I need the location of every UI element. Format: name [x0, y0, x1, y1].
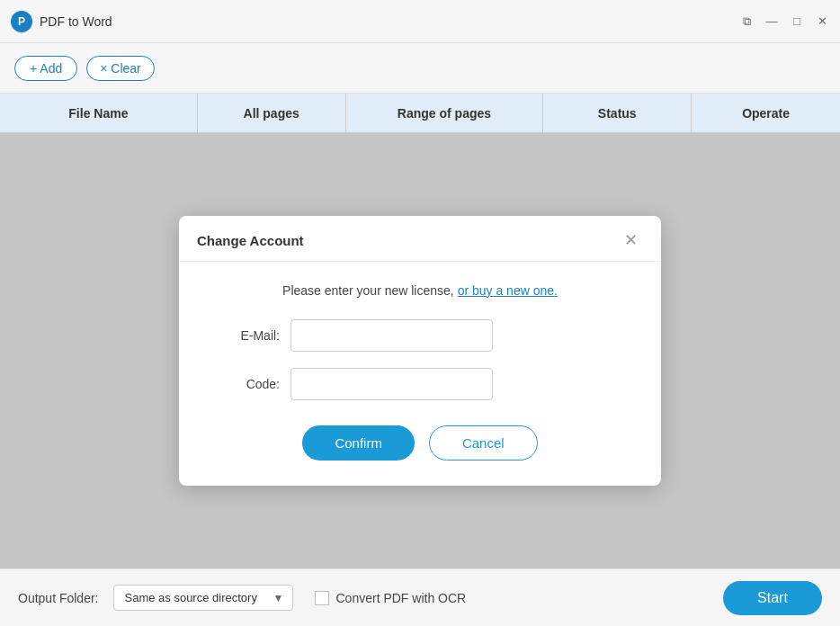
change-account-dialog: Change Account ✕ Please enter your new l… — [179, 216, 661, 486]
minimize-button[interactable]: — — [764, 14, 779, 29]
col-header-status: Status — [543, 94, 692, 132]
output-select-wrapper: Same as source directory ▼ — [113, 585, 293, 611]
dialog-overlay: Change Account ✕ Please enter your new l… — [0, 133, 840, 568]
app-icon: P — [11, 11, 32, 32]
ocr-checkbox[interactable] — [315, 591, 329, 605]
share-icon[interactable]: ⧉ — [739, 14, 754, 29]
add-button[interactable]: + Add — [14, 56, 77, 81]
main-content: Change Account ✕ Please enter your new l… — [0, 133, 840, 568]
col-header-operate: Operate — [692, 94, 840, 132]
dialog-title: Change Account — [197, 233, 304, 248]
app-title: PDF to Word — [40, 14, 112, 29]
code-label: Code: — [208, 377, 280, 391]
title-bar: P PDF to Word ⧉ — □ ✕ — [0, 0, 840, 43]
ocr-label: Convert PDF with OCR — [336, 591, 467, 605]
col-header-filename: File Name — [0, 94, 198, 132]
ocr-checkbox-area: Convert PDF with OCR — [315, 591, 467, 605]
email-label: E-Mail: — [208, 328, 280, 343]
code-row: Code: 🔑 — [208, 368, 632, 400]
toolbar: + Add × Clear — [0, 43, 840, 94]
title-bar-left: P PDF to Word — [11, 11, 112, 32]
col-header-allpages: All pages — [198, 94, 346, 132]
dialog-body: Please enter your new license, or buy a … — [179, 262, 661, 486]
bottom-bar: Output Folder: Same as source directory … — [0, 568, 840, 626]
start-button[interactable]: Start — [723, 581, 822, 615]
output-folder-label: Output Folder: — [18, 591, 99, 605]
dialog-message: Please enter your new license, or buy a … — [208, 283, 632, 298]
title-bar-controls: ⧉ — □ ✕ — [739, 14, 829, 29]
col-header-rangeofpages: Range of pages — [346, 94, 544, 132]
dialog-header: Change Account ✕ — [179, 216, 661, 262]
dialog-message-text: Please enter your new license, — [282, 283, 458, 298]
email-row: E-Mail: ✉ — [208, 319, 632, 352]
table-header: File Name All pages Range of pages Statu… — [0, 94, 840, 133]
code-input-wrapper: 🔑 — [290, 368, 632, 400]
dialog-actions: Confirm Cancel — [208, 425, 632, 461]
code-input[interactable] — [290, 368, 493, 400]
maximize-button[interactable]: □ — [790, 14, 804, 29]
buy-license-link[interactable]: or buy a new one. — [458, 283, 558, 298]
email-input[interactable] — [290, 319, 493, 352]
dialog-close-button[interactable]: ✕ — [619, 230, 643, 250]
email-input-wrapper: ✉ — [290, 319, 632, 352]
clear-button[interactable]: × Clear — [86, 56, 155, 81]
output-folder-select[interactable]: Same as source directory — [113, 585, 293, 611]
close-window-button[interactable]: ✕ — [815, 14, 829, 29]
confirm-button[interactable]: Confirm — [302, 425, 415, 461]
cancel-button[interactable]: Cancel — [429, 425, 538, 461]
